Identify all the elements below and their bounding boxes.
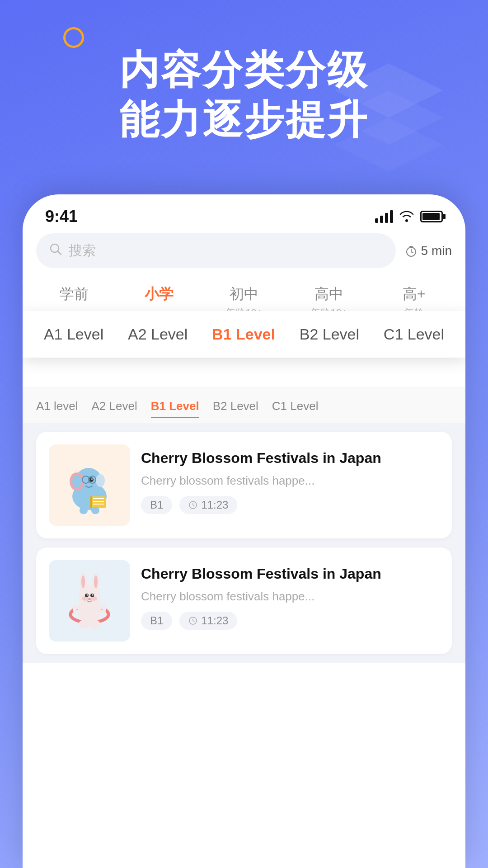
cat-tab-advanced-label: 高+	[376, 284, 452, 304]
headline-line2: 能力逐步提升	[0, 95, 488, 145]
cat-tab-preschool-label: 学前	[60, 286, 89, 302]
svg-rect-21	[80, 507, 88, 514]
card-2-body: Cherry Blossom Festivals in Japan Cherry…	[141, 560, 439, 630]
svg-point-12	[72, 475, 81, 488]
svg-line-27	[193, 505, 194, 506]
timer-label: 5 min	[421, 244, 452, 258]
card-1-thumbnail	[49, 444, 130, 526]
wifi-icon	[399, 209, 415, 224]
phone-mockup: 9:41	[23, 194, 465, 868]
elephant-character	[58, 453, 121, 517]
level-tab-b1[interactable]: B1 Level	[212, 326, 275, 343]
cat-tab-middle-label: 初中	[206, 284, 282, 304]
svg-rect-16	[90, 496, 106, 508]
status-icons	[375, 209, 443, 224]
cards-area: Cherry Blossom Festivals in Japan Cherry…	[23, 423, 465, 663]
card-2-title: Cherry Blossom Festivals in Japan	[141, 564, 439, 584]
card-1-body: Cherry Blossom Festivals in Japan Cherry…	[141, 444, 439, 514]
card-2-level-tag: B1	[141, 612, 172, 630]
card-2-duration-tag: 11:23	[179, 612, 237, 630]
card-1-duration-tag: 11:23	[179, 496, 237, 514]
search-icon	[49, 242, 62, 259]
svg-rect-22	[91, 507, 99, 514]
card-2-desc: Cherry blossom festivals happe...	[141, 590, 439, 604]
timer-badge: 5 min	[405, 244, 452, 258]
svg-rect-17	[90, 496, 92, 508]
headline-block: 内容分类分级 能力逐步提升	[0, 45, 488, 145]
inner-tab-a1[interactable]: A1 level	[36, 396, 78, 418]
svg-point-39	[87, 594, 88, 596]
level-tab-c1[interactable]: C1 Level	[384, 326, 444, 343]
card-1-level-tag: B1	[141, 496, 172, 514]
svg-line-7	[411, 252, 413, 253]
card-2-tags: B1 11:23	[141, 612, 439, 630]
search-bar[interactable]: 搜索	[36, 233, 396, 268]
svg-point-41	[88, 598, 91, 600]
content-card-2[interactable]: Cherry Blossom Festivals in Japan Cherry…	[36, 547, 452, 654]
phone-screen: 9:41	[23, 194, 465, 868]
status-bar: 9:41	[23, 194, 465, 233]
svg-point-43	[89, 620, 100, 629]
bunny-character	[58, 569, 121, 632]
svg-point-13	[96, 474, 105, 487]
svg-point-34	[94, 576, 98, 588]
inner-tab-b1[interactable]: B1 Level	[151, 396, 199, 418]
search-row: 搜索 5 min	[23, 233, 465, 268]
svg-point-40	[92, 594, 94, 596]
cat-tab-primary-label: 小学	[145, 286, 174, 302]
svg-line-45	[193, 621, 194, 622]
card-1-title: Cherry Blossom Festivals in Japan	[141, 448, 439, 468]
svg-point-15	[91, 478, 93, 480]
signal-icon	[375, 210, 393, 223]
status-time: 9:41	[45, 207, 78, 226]
level-tabs-popup: A1 Level A2 Level B1 Level B2 Level C1 L…	[23, 311, 465, 358]
card-1-tags: B1 11:23	[141, 496, 439, 514]
card-1-desc: Cherry blossom festivals happe...	[141, 474, 439, 488]
level-tab-b2[interactable]: B2 Level	[300, 326, 359, 343]
level-tab-a1[interactable]: A1 Level	[44, 326, 103, 343]
headline-line1: 内容分类分级	[0, 45, 488, 95]
card-2-thumbnail	[49, 560, 130, 642]
inner-tab-c1[interactable]: C1 Level	[272, 396, 319, 418]
inner-tab-a2[interactable]: A2 Level	[92, 396, 137, 418]
svg-point-42	[79, 620, 89, 629]
search-placeholder: 搜索	[69, 241, 96, 260]
svg-point-32	[81, 576, 85, 588]
cat-tab-high-label: 高中	[291, 284, 367, 304]
level-tab-a2[interactable]: A2 Level	[128, 326, 188, 343]
svg-line-4	[58, 251, 61, 255]
level-tabs-inner-row: A1 level A2 Level B1 Level B2 Level C1 L…	[23, 387, 465, 423]
battery-icon	[420, 211, 443, 222]
inner-tab-b2[interactable]: B2 Level	[213, 396, 258, 418]
content-card-1[interactable]: Cherry Blossom Festivals in Japan Cherry…	[36, 432, 452, 538]
